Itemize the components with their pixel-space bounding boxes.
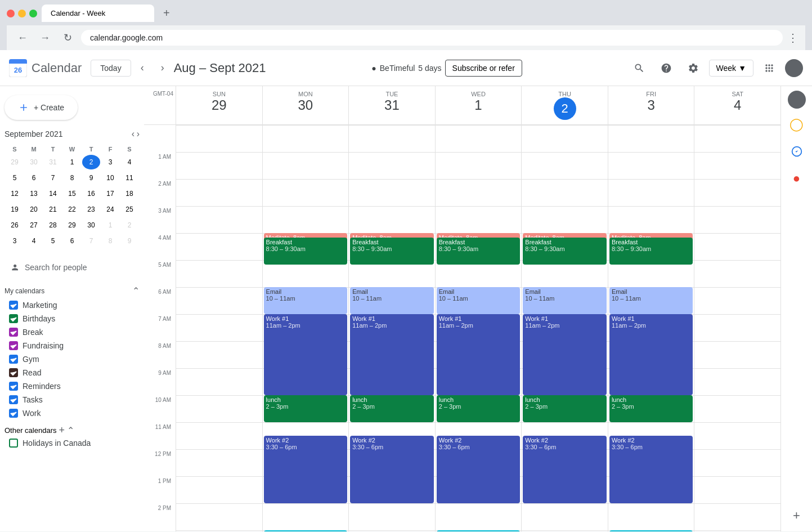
right-sidebar-avatar[interactable] (788, 91, 806, 109)
mini-cal-day[interactable]: 20 (25, 202, 43, 217)
calendar-event[interactable]: Email10 – 11am (523, 287, 607, 314)
calendar-event[interactable]: Breakfast8:30 – 9:30am (609, 238, 693, 265)
calendar-event[interactable]: Hit the Gym7 – 8pm (264, 530, 348, 531)
mini-cal-day[interactable]: 22 (63, 202, 81, 217)
calendar-checkbox[interactable] (9, 395, 18, 404)
mini-cal-day[interactable]: 14 (44, 186, 62, 201)
mini-cal-day[interactable]: 4 (25, 234, 43, 248)
refresh-button[interactable]: ↻ (59, 29, 77, 47)
calendar-event[interactable]: Work #111am – 2pm (609, 314, 693, 395)
calendar-event[interactable]: Work #23:30 – 6pm (350, 436, 434, 503)
browser-tab[interactable]: Calendar - Week (42, 5, 154, 22)
other-calendars-toggle[interactable]: ⌃ (67, 425, 74, 436)
mini-cal-day[interactable]: 2 (120, 218, 138, 233)
address-bar[interactable] (81, 30, 783, 46)
right-sidebar-maps[interactable]: ● (786, 167, 808, 190)
calendar-event[interactable]: Work #23:30 – 6pm (523, 436, 607, 503)
mini-cal-day[interactable]: 13 (25, 186, 43, 201)
apps-button[interactable] (758, 57, 780, 79)
mini-cal-day[interactable]: 29 (6, 155, 24, 169)
mini-cal-day[interactable]: 15 (63, 186, 81, 201)
right-sidebar-tasks[interactable] (786, 140, 808, 163)
my-calendar-item[interactable]: Tasks (5, 393, 140, 406)
mini-cal-day[interactable]: 9 (82, 171, 100, 185)
calendar-event[interactable]: lunch2 – 3pm (264, 395, 348, 422)
calendar-event[interactable]: Hit the Gym7 – 8pm (437, 530, 521, 531)
mini-cal-day[interactable]: 7 (44, 171, 62, 185)
right-sidebar-add[interactable]: + (786, 504, 808, 527)
mini-cal-day[interactable]: 24 (101, 202, 119, 217)
my-calendar-item[interactable]: Work (5, 406, 140, 420)
my-calendar-item[interactable]: Birthdays (5, 312, 140, 325)
mini-cal-day[interactable]: 6 (25, 171, 43, 185)
calendar-event[interactable]: Email10 – 11am (437, 287, 521, 314)
mini-cal-day[interactable]: 30 (25, 155, 43, 169)
mini-cal-day[interactable]: 5 (6, 171, 24, 185)
mini-cal-day[interactable]: 12 (6, 186, 24, 201)
calendar-event[interactable]: Breakfast8:30 – 9:30am (350, 238, 434, 265)
calendar-event[interactable]: Breakfast8:30 – 9:30am (264, 238, 348, 265)
mini-cal-day[interactable]: 28 (44, 218, 62, 233)
mini-cal-day[interactable]: 6 (63, 234, 81, 248)
mini-cal-next[interactable]: › (137, 129, 140, 139)
mini-cal-day[interactable]: 4 (120, 155, 138, 169)
mini-cal-day[interactable]: 8 (101, 234, 119, 248)
calendar-checkbox[interactable] (9, 314, 18, 323)
calendar-event[interactable]: Breakfast8:30 – 9:30am (523, 238, 607, 265)
close-traffic-light[interactable] (7, 10, 15, 17)
mini-cal-day[interactable]: 23 (82, 202, 100, 217)
my-calendar-item[interactable]: Reminders (5, 379, 140, 393)
mini-cal-day[interactable]: 8 (63, 171, 81, 185)
mini-cal-day[interactable]: 17 (101, 186, 119, 201)
today-button[interactable]: Today (91, 60, 131, 77)
maximize-traffic-light[interactable] (29, 10, 37, 17)
my-calendar-item[interactable]: Gym (5, 352, 140, 366)
mini-cal-day[interactable]: 3 (101, 155, 119, 169)
mini-cal-day[interactable]: 10 (101, 171, 119, 185)
mini-cal-day[interactable]: 7 (82, 234, 100, 248)
calendar-checkbox[interactable] (9, 382, 18, 391)
my-calendar-item[interactable]: Break (5, 325, 140, 339)
mini-cal-day[interactable]: 21 (44, 202, 62, 217)
mini-cal-day[interactable]: 18 (120, 186, 138, 201)
calendar-event[interactable]: lunch2 – 3pm (609, 395, 693, 422)
my-calendar-item[interactable]: Read (5, 366, 140, 379)
search-people-button[interactable]: Search for people (5, 258, 140, 276)
mini-cal-day[interactable]: 19 (6, 202, 24, 217)
forward-button[interactable]: → (36, 29, 54, 47)
calendar-event[interactable]: Work #111am – 2pm (350, 314, 434, 395)
mini-cal-day[interactable]: 3 (6, 234, 24, 248)
calendar-event[interactable]: Breakfast8:30 – 9:30am (437, 238, 521, 265)
calendar-checkbox[interactable] (9, 409, 18, 418)
calendar-event[interactable]: Work #23:30 – 6pm (437, 436, 521, 503)
mini-cal-day[interactable]: 30 (82, 218, 100, 233)
calendar-checkbox[interactable] (9, 439, 18, 448)
mini-cal-day[interactable]: 29 (63, 218, 81, 233)
calendar-event[interactable]: lunch2 – 3pm (437, 395, 521, 422)
back-button[interactable]: ← (14, 29, 32, 47)
browser-menu-button[interactable]: ⋮ (787, 31, 798, 44)
next-period-button[interactable]: › (154, 59, 172, 77)
calendar-event[interactable]: Work #111am – 2pm (523, 314, 607, 395)
calendar-event[interactable]: Email10 – 11am (264, 287, 348, 314)
calendar-event[interactable]: Work #23:30 – 6pm (264, 436, 348, 503)
mini-cal-day[interactable]: 16 (82, 186, 100, 201)
my-calendars-toggle[interactable]: ⌃ (132, 285, 140, 296)
view-selector[interactable]: Week ▼ (709, 60, 753, 77)
calendar-checkbox[interactable] (9, 301, 18, 310)
other-calendar-item[interactable]: Holidays in Canada (5, 436, 140, 450)
mini-cal-day[interactable]: 25 (120, 202, 138, 217)
mini-cal-day[interactable]: 31 (44, 155, 62, 169)
calendar-checkbox[interactable] (9, 368, 18, 377)
right-sidebar-reminder[interactable]: ◯ (786, 113, 808, 136)
calendar-event[interactable]: Hit the Gym7 – 8pm (609, 530, 693, 531)
new-tab-button[interactable]: + (159, 5, 174, 22)
prev-period-button[interactable]: ‹ (133, 59, 151, 77)
calendar-event[interactable]: Work #23:30 – 6pm (609, 436, 693, 503)
search-button[interactable] (628, 57, 651, 79)
mini-cal-day[interactable]: 5 (44, 234, 62, 248)
calendar-checkbox[interactable] (9, 355, 18, 364)
avatar[interactable] (785, 59, 803, 77)
calendar-event[interactable]: Work #111am – 2pm (264, 314, 348, 395)
mini-cal-day[interactable]: 1 (101, 218, 119, 233)
